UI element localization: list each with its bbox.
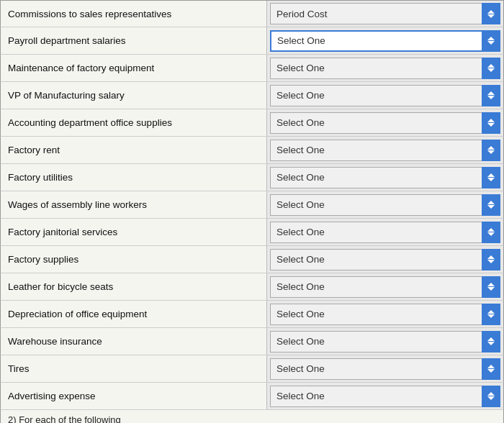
cost-select-10[interactable]: Select OnePeriod CostProduct Cost - Dire… [270,276,500,298]
cost-select-cell: Select OnePeriod CostProduct Cost - Dire… [267,246,503,273]
cost-select-cell: Select OnePeriod CostProduct Cost - Dire… [267,109,503,136]
select-wrapper: Select OnePeriod CostProduct Cost - Dire… [270,358,500,380]
table-row: Factory rentSelect OnePeriod CostProduct… [0,137,504,164]
cost-select-1[interactable]: Select OnePeriod CostProduct Cost - Dire… [270,30,500,52]
cost-select-4[interactable]: Select OnePeriod CostProduct Cost - Dire… [270,112,500,134]
cost-select-cell: Select OnePeriod CostProduct Cost - Dire… [267,219,503,245]
cost-select-2[interactable]: Select OnePeriod CostProduct Cost - Dire… [270,58,500,79]
select-wrapper: Select OnePeriod CostProduct Cost - Dire… [270,386,500,407]
table-row: Warehouse insuranceSelect OnePeriod Cost… [0,328,504,355]
table-row: Leather for bicycle seatsSelect OnePerio… [0,273,504,301]
cost-classification-table: Commissions to sales representativesSele… [0,0,504,423]
cost-select-0[interactable]: Select OnePeriod CostProduct Cost - Dire… [270,3,500,24]
cost-item-label: Warehouse insurance [1,328,267,355]
cost-select-cell: Select OnePeriod CostProduct Cost - Dire… [267,191,503,218]
select-wrapper: Select OnePeriod CostProduct Cost - Dire… [270,167,500,188]
cost-item-label: Wages of assembly line workers [1,191,267,218]
cost-item-label: Leather for bicycle seats [1,273,267,300]
select-wrapper: Select OnePeriod CostProduct Cost - Dire… [270,112,500,134]
select-wrapper: Select OnePeriod CostProduct Cost - Dire… [270,194,500,216]
table-row: Accounting department office suppliesSel… [0,109,504,137]
cost-item-label: Factory supplies [1,246,267,273]
cost-select-13[interactable]: Select OnePeriod CostProduct Cost - Dire… [270,358,500,380]
cost-select-cell: Select OnePeriod CostProduct Cost - Dire… [267,55,503,81]
select-wrapper: Select OnePeriod CostProduct Cost - Dire… [270,222,500,243]
cost-select-7[interactable]: Select OnePeriod CostProduct Cost - Dire… [270,194,500,216]
table-row: Factory janitorial servicesSelect OnePer… [0,219,504,246]
select-wrapper: Select OnePeriod CostProduct Cost - Dire… [270,85,500,106]
cost-item-label: Maintenance of factory equipment [1,55,267,81]
cost-select-6[interactable]: Select OnePeriod CostProduct Cost - Dire… [270,167,500,188]
cost-select-cell: Select OnePeriod CostProduct Cost - Dire… [267,137,503,163]
cost-item-label: Tires [1,355,267,382]
table-row: Depreciation of office equipmentSelect O… [0,301,504,328]
cost-select-cell: Select OnePeriod CostProduct Cost - Dire… [267,164,503,191]
footer-text: 2) For each of the following [0,410,504,423]
cost-select-11[interactable]: Select OnePeriod CostProduct Cost - Dire… [270,304,500,325]
cost-item-label: Depreciation of office equipment [1,301,267,327]
cost-item-label: Advertising expense [1,383,267,409]
cost-item-label: Accounting department office supplies [1,109,267,136]
select-wrapper: Select OnePeriod CostProduct Cost - Dire… [270,249,500,270]
select-wrapper: Select OnePeriod CostProduct Cost - Dire… [270,58,500,79]
cost-select-cell: Select OnePeriod CostProduct Cost - Dire… [267,27,503,54]
cost-item-label: Commissions to sales representatives [1,1,267,27]
cost-item-label: VP of Manufacturing salary [1,82,267,109]
table-row: TiresSelect OnePeriod CostProduct Cost -… [0,355,504,383]
select-wrapper: Select OnePeriod CostProduct Cost - Dire… [270,140,500,161]
select-wrapper: Select OnePeriod CostProduct Cost - Dire… [270,331,500,352]
cost-item-label: Factory utilities [1,164,267,191]
table-row: Advertising expenseSelect OnePeriod Cost… [0,383,504,410]
select-wrapper: Select OnePeriod CostProduct Cost - Dire… [270,3,500,24]
table-row: Factory utilitiesSelect OnePeriod CostPr… [0,164,504,191]
cost-select-cell: Select OnePeriod CostProduct Cost - Dire… [267,1,503,27]
cost-select-8[interactable]: Select OnePeriod CostProduct Cost - Dire… [270,222,500,243]
table-row: Commissions to sales representativesSele… [0,0,504,27]
table-row: Wages of assembly line workersSelect One… [0,191,504,219]
select-wrapper: Select OnePeriod CostProduct Cost - Dire… [270,304,500,325]
cost-item-label: Factory janitorial services [1,219,267,245]
cost-item-label: Payroll department salaries [1,27,267,54]
cost-select-5[interactable]: Select OnePeriod CostProduct Cost - Dire… [270,140,500,161]
cost-select-cell: Select OnePeriod CostProduct Cost - Dire… [267,301,503,327]
cost-select-cell: Select OnePeriod CostProduct Cost - Dire… [267,273,503,300]
cost-select-cell: Select OnePeriod CostProduct Cost - Dire… [267,355,503,382]
cost-select-cell: Select OnePeriod CostProduct Cost - Dire… [267,383,503,409]
cost-select-14[interactable]: Select OnePeriod CostProduct Cost - Dire… [270,386,500,407]
cost-select-9[interactable]: Select OnePeriod CostProduct Cost - Dire… [270,249,500,270]
cost-item-label: Factory rent [1,137,267,163]
select-wrapper: Select OnePeriod CostProduct Cost - Dire… [270,30,500,52]
cost-select-12[interactable]: Select OnePeriod CostProduct Cost - Dire… [270,331,500,352]
table-row: Maintenance of factory equipmentSelect O… [0,55,504,82]
table-row: Factory suppliesSelect OnePeriod CostPro… [0,246,504,273]
cost-select-3[interactable]: Select OnePeriod CostProduct Cost - Dire… [270,85,500,106]
table-row: Payroll department salariesSelect OnePer… [0,27,504,55]
cost-select-cell: Select OnePeriod CostProduct Cost - Dire… [267,328,503,355]
cost-select-cell: Select OnePeriod CostProduct Cost - Dire… [267,82,503,109]
select-wrapper: Select OnePeriod CostProduct Cost - Dire… [270,276,500,298]
table-row: VP of Manufacturing salarySelect OnePeri… [0,82,504,109]
